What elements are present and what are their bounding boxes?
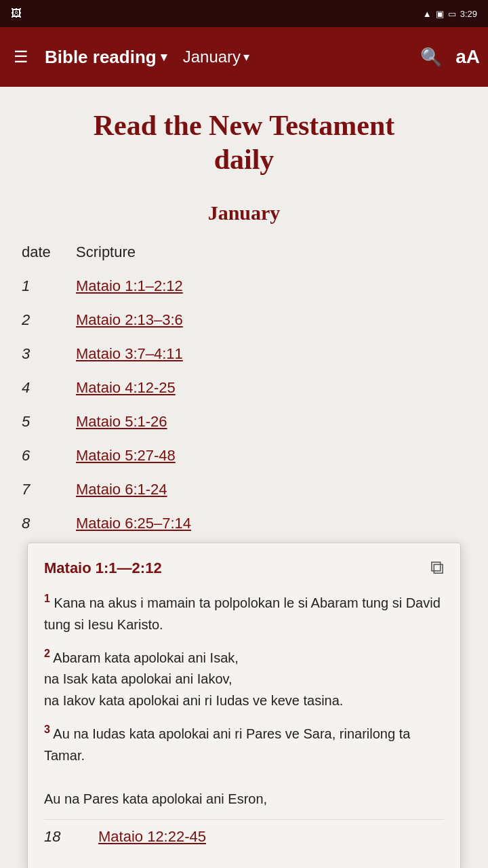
status-right: ▲ ▣ ▭ 3:29: [423, 9, 477, 19]
status-left: 🖼: [11, 7, 22, 20]
status-bar: 🖼 ▲ ▣ ▭ 3:29: [0, 0, 488, 27]
row-date-1: 1: [22, 277, 76, 295]
month-dropdown[interactable]: January ▾: [183, 47, 249, 66]
signal-icon: ▣: [436, 9, 444, 19]
table-row: 1Mataio 1:1–2:12: [22, 269, 466, 303]
main-content: Read the New Testament daily January dat…: [0, 87, 488, 540]
table-row: 3Mataio 3:7–4:11: [22, 337, 466, 371]
top-bar: ☰ Bible reading ▾ January ▾ 🔍 aA: [0, 27, 488, 87]
popup-panel: Mataio 1:1—2:12 ⧉ 1 Kana na akus i mamai…: [27, 542, 461, 868]
row-scripture-4[interactable]: Mataio 4:12-25: [76, 379, 176, 397]
row-scripture-8[interactable]: Mataio 6:25–7:14: [76, 515, 191, 532]
battery-icon: ▭: [448, 9, 456, 19]
row-scripture-1[interactable]: Mataio 1:1–2:12: [76, 277, 183, 295]
verse-2-text: Abaram kata apolokai ani Isak,na Isak ka…: [44, 650, 343, 708]
verse-2: 2 Abaram kata apolokai ani Isak,na Isak …: [44, 645, 444, 712]
time-display: 3:29: [460, 9, 477, 19]
popup-footer-date: 18: [44, 828, 98, 846]
readings-list: 1Mataio 1:1–2:122Mataio 2:13–3:63Mataio …: [22, 269, 466, 540]
scripture-column-header: Scripture: [76, 243, 136, 261]
popup-text: 1 Kana na akus i mamain ta polpolokan le…: [44, 590, 444, 810]
date-column-header: date: [22, 243, 76, 261]
row-scripture-6[interactable]: Mataio 5:27-48: [76, 447, 176, 465]
app-title: Bible reading: [45, 47, 157, 68]
title-dropdown[interactable]: Bible reading ▾: [45, 47, 167, 68]
row-date-8: 8: [22, 515, 76, 532]
verse-number-2: 2: [44, 648, 50, 659]
title-dropdown-arrow: ▾: [161, 50, 167, 64]
table-row: 6Mataio 5:27-48: [22, 439, 466, 473]
table-row: 4Mataio 4:12-25: [22, 371, 466, 405]
table-row: 5Mataio 5:1-26: [22, 405, 466, 439]
row-scripture-2[interactable]: Mataio 2:13–3:6: [76, 311, 183, 329]
font-size-button[interactable]: aA: [455, 46, 480, 68]
row-scripture-3[interactable]: Mataio 3:7–4:11: [76, 345, 183, 363]
popup-footer-scripture[interactable]: Mataio 12:22-45: [98, 828, 206, 846]
row-date-7: 7: [22, 481, 76, 498]
top-bar-icons: 🔍 aA: [420, 46, 480, 68]
row-date-4: 4: [22, 379, 76, 397]
month-heading: January: [22, 201, 466, 224]
table-row: 8Mataio 6:25–7:14: [22, 507, 466, 540]
row-date-2: 2: [22, 311, 76, 329]
row-date-3: 3: [22, 345, 76, 363]
popup-header: Mataio 1:1—2:12 ⧉: [44, 557, 444, 579]
table-row: 7Mataio 6:1-24: [22, 473, 466, 507]
menu-button[interactable]: ☰: [8, 42, 34, 72]
search-button[interactable]: 🔍: [420, 47, 442, 68]
popup-footer-row: 18 Mataio 12:22-45: [44, 819, 444, 854]
verse-3: 3 Au na Iudas kata apolokai ani ri Pares…: [44, 721, 444, 810]
table-row: 2Mataio 2:13–3:6: [22, 303, 466, 337]
month-dropdown-arrow: ▾: [243, 50, 249, 64]
popup-title: Mataio 1:1—2:12: [44, 559, 162, 577]
row-scripture-5[interactable]: Mataio 5:1-26: [76, 413, 167, 431]
table-header: date Scripture: [22, 238, 466, 267]
month-label: January: [183, 47, 241, 66]
wifi-icon: ▲: [423, 9, 432, 19]
row-date-6: 6: [22, 447, 76, 465]
verse-number-3: 3: [44, 724, 50, 735]
verse-1-text: Kana na akus i mamain ta polpolokan le s…: [44, 595, 441, 632]
verse-number-1: 1: [44, 593, 50, 604]
verse-1: 1 Kana na akus i mamain ta polpolokan le…: [44, 590, 444, 635]
photo-icon: 🖼: [11, 7, 22, 20]
verse-3-text: Au na Iudas kata apolokai ani ri Pares v…: [44, 726, 410, 806]
page-title: Read the New Testament daily: [22, 103, 466, 177]
external-link-button[interactable]: ⧉: [430, 557, 444, 579]
row-scripture-7[interactable]: Mataio 6:1-24: [76, 481, 167, 498]
row-date-5: 5: [22, 413, 76, 431]
